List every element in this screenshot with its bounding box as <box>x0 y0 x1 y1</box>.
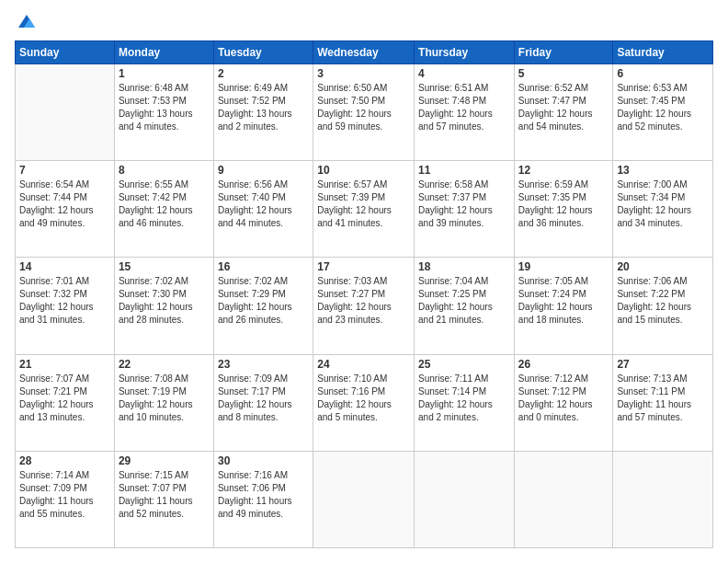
calendar-cell: 14Sunrise: 7:01 AM Sunset: 7:32 PM Dayli… <box>16 258 115 354</box>
day-number: 8 <box>119 164 210 177</box>
calendar-cell <box>415 451 515 547</box>
logo <box>15 15 37 31</box>
calendar-cell: 8Sunrise: 6:55 AM Sunset: 7:42 PM Daylig… <box>114 161 213 258</box>
calendar-cell: 26Sunrise: 7:12 AM Sunset: 7:12 PM Dayli… <box>514 354 613 451</box>
day-number: 25 <box>418 358 510 371</box>
weekday-header-thursday: Thursday <box>415 41 515 64</box>
weekday-header-saturday: Saturday <box>613 41 713 64</box>
week-row-3: 14Sunrise: 7:01 AM Sunset: 7:32 PM Dayli… <box>16 258 713 354</box>
calendar-cell: 2Sunrise: 6:49 AM Sunset: 7:52 PM Daylig… <box>213 64 313 161</box>
day-info: Sunrise: 7:10 AM Sunset: 7:16 PM Dayligh… <box>317 373 410 424</box>
day-number: 30 <box>218 454 309 467</box>
calendar-cell: 6Sunrise: 6:53 AM Sunset: 7:45 PM Daylig… <box>613 64 713 161</box>
calendar-cell: 1Sunrise: 6:48 AM Sunset: 7:53 PM Daylig… <box>114 64 213 161</box>
calendar-cell: 10Sunrise: 6:57 AM Sunset: 7:39 PM Dayli… <box>313 161 415 258</box>
day-number: 24 <box>317 358 410 371</box>
calendar-cell: 19Sunrise: 7:05 AM Sunset: 7:24 PM Dayli… <box>514 258 613 354</box>
weekday-header-friday: Friday <box>514 41 613 64</box>
page: SundayMondayTuesdayWednesdayThursdayFrid… <box>0 0 728 563</box>
day-info: Sunrise: 7:04 AM Sunset: 7:25 PM Dayligh… <box>418 275 510 327</box>
day-number: 1 <box>119 67 210 80</box>
day-number: 17 <box>317 260 410 273</box>
calendar-cell: 11Sunrise: 6:58 AM Sunset: 7:37 PM Dayli… <box>415 161 515 258</box>
weekday-header-row: SundayMondayTuesdayWednesdayThursdayFrid… <box>16 41 713 64</box>
day-info: Sunrise: 7:11 AM Sunset: 7:14 PM Dayligh… <box>418 373 510 424</box>
calendar-table: SundayMondayTuesdayWednesdayThursdayFrid… <box>15 40 713 548</box>
day-number: 11 <box>418 164 510 177</box>
calendar-cell: 5Sunrise: 6:52 AM Sunset: 7:47 PM Daylig… <box>514 64 613 161</box>
calendar-cell: 18Sunrise: 7:04 AM Sunset: 7:25 PM Dayli… <box>415 258 515 354</box>
day-info: Sunrise: 6:51 AM Sunset: 7:48 PM Dayligh… <box>418 82 510 133</box>
day-info: Sunrise: 7:16 AM Sunset: 7:06 PM Dayligh… <box>218 469 309 521</box>
day-number: 9 <box>218 164 309 177</box>
header <box>15 15 713 31</box>
day-info: Sunrise: 7:13 AM Sunset: 7:11 PM Dayligh… <box>617 373 709 424</box>
day-number: 4 <box>418 67 510 80</box>
calendar-cell: 27Sunrise: 7:13 AM Sunset: 7:11 PM Dayli… <box>613 354 713 451</box>
day-info: Sunrise: 7:05 AM Sunset: 7:24 PM Dayligh… <box>518 275 609 327</box>
logo-icon <box>17 11 37 31</box>
calendar-cell: 23Sunrise: 7:09 AM Sunset: 7:17 PM Dayli… <box>213 354 313 451</box>
week-row-5: 28Sunrise: 7:14 AM Sunset: 7:09 PM Dayli… <box>16 451 713 547</box>
day-number: 10 <box>317 164 410 177</box>
day-info: Sunrise: 6:56 AM Sunset: 7:40 PM Dayligh… <box>218 178 309 230</box>
day-info: Sunrise: 7:02 AM Sunset: 7:30 PM Dayligh… <box>119 275 210 327</box>
calendar-cell <box>313 451 415 547</box>
day-info: Sunrise: 7:12 AM Sunset: 7:12 PM Dayligh… <box>518 373 609 424</box>
day-info: Sunrise: 6:53 AM Sunset: 7:45 PM Dayligh… <box>617 82 709 133</box>
day-number: 28 <box>19 454 110 467</box>
calendar-cell <box>514 451 613 547</box>
day-info: Sunrise: 7:15 AM Sunset: 7:07 PM Dayligh… <box>119 469 210 521</box>
day-number: 26 <box>518 358 609 371</box>
calendar-cell <box>16 64 115 161</box>
day-number: 18 <box>418 260 510 273</box>
day-number: 7 <box>19 164 110 177</box>
day-number: 2 <box>218 67 309 80</box>
day-info: Sunrise: 6:57 AM Sunset: 7:39 PM Dayligh… <box>317 178 410 230</box>
calendar-cell: 13Sunrise: 7:00 AM Sunset: 7:34 PM Dayli… <box>613 161 713 258</box>
calendar-cell: 16Sunrise: 7:02 AM Sunset: 7:29 PM Dayli… <box>213 258 313 354</box>
calendar-cell: 17Sunrise: 7:03 AM Sunset: 7:27 PM Dayli… <box>313 258 415 354</box>
day-number: 5 <box>518 67 609 80</box>
day-number: 19 <box>518 260 609 273</box>
week-row-2: 7Sunrise: 6:54 AM Sunset: 7:44 PM Daylig… <box>16 161 713 258</box>
day-info: Sunrise: 7:01 AM Sunset: 7:32 PM Dayligh… <box>19 275 110 327</box>
day-number: 13 <box>617 164 709 177</box>
calendar-cell: 15Sunrise: 7:02 AM Sunset: 7:30 PM Dayli… <box>114 258 213 354</box>
day-number: 6 <box>617 67 709 80</box>
calendar-cell: 21Sunrise: 7:07 AM Sunset: 7:21 PM Dayli… <box>16 354 115 451</box>
day-info: Sunrise: 7:02 AM Sunset: 7:29 PM Dayligh… <box>218 275 309 327</box>
calendar-cell: 24Sunrise: 7:10 AM Sunset: 7:16 PM Dayli… <box>313 354 415 451</box>
calendar-cell: 29Sunrise: 7:15 AM Sunset: 7:07 PM Dayli… <box>114 451 213 547</box>
calendar-cell: 30Sunrise: 7:16 AM Sunset: 7:06 PM Dayli… <box>213 451 313 547</box>
day-info: Sunrise: 7:06 AM Sunset: 7:22 PM Dayligh… <box>617 275 709 327</box>
day-info: Sunrise: 7:03 AM Sunset: 7:27 PM Dayligh… <box>317 275 410 327</box>
calendar-cell: 7Sunrise: 6:54 AM Sunset: 7:44 PM Daylig… <box>16 161 115 258</box>
day-info: Sunrise: 7:09 AM Sunset: 7:17 PM Dayligh… <box>218 373 309 424</box>
day-info: Sunrise: 6:50 AM Sunset: 7:50 PM Dayligh… <box>317 82 410 133</box>
calendar-cell: 3Sunrise: 6:50 AM Sunset: 7:50 PM Daylig… <box>313 64 415 161</box>
calendar-cell: 22Sunrise: 7:08 AM Sunset: 7:19 PM Dayli… <box>114 354 213 451</box>
calendar-cell: 20Sunrise: 7:06 AM Sunset: 7:22 PM Dayli… <box>613 258 713 354</box>
day-number: 15 <box>119 260 210 273</box>
day-info: Sunrise: 7:00 AM Sunset: 7:34 PM Dayligh… <box>617 178 709 230</box>
day-info: Sunrise: 6:58 AM Sunset: 7:37 PM Dayligh… <box>418 178 510 230</box>
weekday-header-monday: Monday <box>114 41 213 64</box>
day-number: 12 <box>518 164 609 177</box>
day-info: Sunrise: 6:49 AM Sunset: 7:52 PM Dayligh… <box>218 82 309 133</box>
day-info: Sunrise: 6:59 AM Sunset: 7:35 PM Dayligh… <box>518 178 609 230</box>
day-info: Sunrise: 6:54 AM Sunset: 7:44 PM Dayligh… <box>19 178 110 230</box>
calendar-cell: 9Sunrise: 6:56 AM Sunset: 7:40 PM Daylig… <box>213 161 313 258</box>
day-number: 20 <box>617 260 709 273</box>
day-number: 22 <box>119 358 210 371</box>
day-info: Sunrise: 7:07 AM Sunset: 7:21 PM Dayligh… <box>19 373 110 424</box>
calendar-cell: 12Sunrise: 6:59 AM Sunset: 7:35 PM Dayli… <box>514 161 613 258</box>
calendar-cell: 4Sunrise: 6:51 AM Sunset: 7:48 PM Daylig… <box>415 64 515 161</box>
calendar-cell <box>613 451 713 547</box>
day-info: Sunrise: 7:14 AM Sunset: 7:09 PM Dayligh… <box>19 469 110 521</box>
calendar-cell: 25Sunrise: 7:11 AM Sunset: 7:14 PM Dayli… <box>415 354 515 451</box>
day-info: Sunrise: 6:48 AM Sunset: 7:53 PM Dayligh… <box>119 82 210 133</box>
day-number: 3 <box>317 67 410 80</box>
day-number: 14 <box>19 260 110 273</box>
day-info: Sunrise: 7:08 AM Sunset: 7:19 PM Dayligh… <box>119 373 210 424</box>
